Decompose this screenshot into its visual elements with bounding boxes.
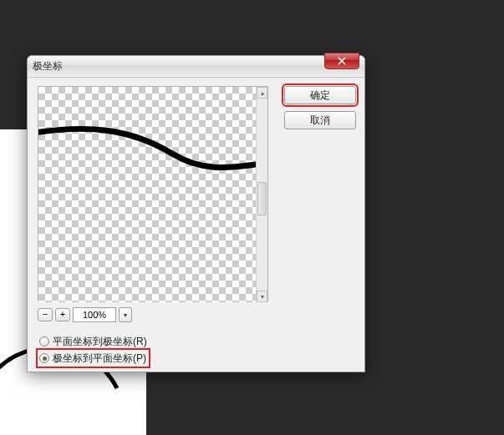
radio-label: 平面坐标到极坐标(R) <box>53 335 147 349</box>
radio-rect-to-polar[interactable] <box>39 336 49 346</box>
preview-viewport[interactable] <box>38 87 257 302</box>
zoom-dropdown[interactable]: ▾ <box>119 307 132 322</box>
radio-label: 极坐标到平面坐标(P) <box>53 352 146 366</box>
dialog-body: ▴ ▾ − + ▾ 平面坐标到极坐标(R) 极坐标到平面坐标(P) <box>28 78 364 372</box>
option-rect-to-polar[interactable]: 平面坐标到极坐标(R) <box>38 333 149 350</box>
scroll-track[interactable] <box>257 99 267 291</box>
close-icon <box>338 57 346 65</box>
zoom-controls: − + ▾ <box>38 306 132 323</box>
dialog-buttons: 确定 取消 <box>284 86 356 129</box>
vertical-scrollbar[interactable]: ▴ ▾ <box>256 87 267 302</box>
scroll-down-button[interactable]: ▾ <box>257 291 267 302</box>
radio-polar-to-rect[interactable] <box>39 353 49 363</box>
dialog-title: 极坐标 <box>33 59 63 73</box>
polar-coordinates-dialog: 极坐标 ▴ ▾ − + <box>27 55 365 372</box>
scroll-thumb[interactable] <box>257 182 267 215</box>
zoom-out-button[interactable]: − <box>38 308 53 321</box>
coordinate-options: 平面坐标到极坐标(R) 极坐标到平面坐标(P) <box>38 333 149 367</box>
option-polar-to-rect[interactable]: 极坐标到平面坐标(P) <box>38 350 149 367</box>
zoom-input[interactable] <box>73 307 116 322</box>
dialog-titlebar[interactable]: 极坐标 <box>28 56 364 78</box>
transparency-checker <box>38 87 257 302</box>
close-button[interactable] <box>324 53 359 69</box>
preview-area: ▴ ▾ <box>38 86 268 301</box>
zoom-in-button[interactable]: + <box>55 308 70 321</box>
ok-button[interactable]: 确定 <box>284 86 356 104</box>
preview-stroke <box>38 120 257 187</box>
scroll-up-button[interactable]: ▴ <box>257 87 267 99</box>
cancel-button[interactable]: 取消 <box>284 111 356 129</box>
